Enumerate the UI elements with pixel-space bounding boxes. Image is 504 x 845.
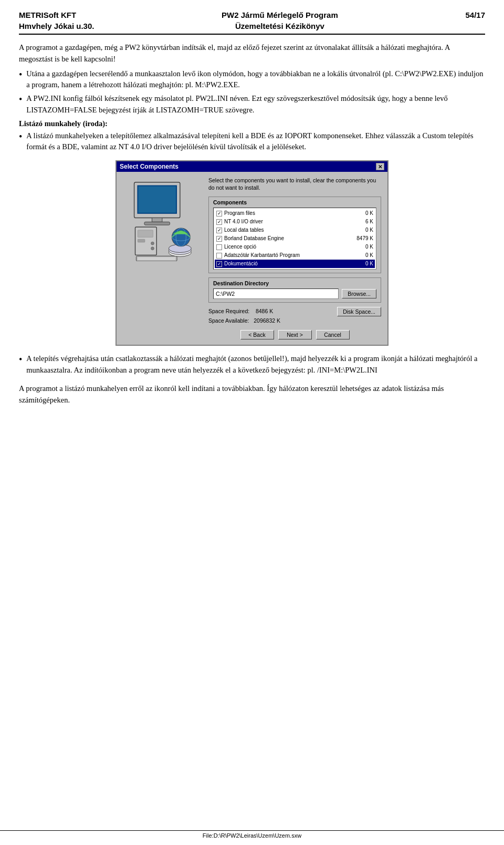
space-required-value: 8486 K xyxy=(256,308,273,314)
svg-rect-4 xyxy=(144,222,170,225)
page-number: 54/17 xyxy=(465,9,485,20)
bullet-icon-2: • xyxy=(19,94,22,106)
space-available-label: Space Available: xyxy=(208,317,249,324)
svg-rect-2 xyxy=(138,186,176,212)
component-size-4: 0 K xyxy=(352,243,373,251)
closing-paragraph: A programot a listázó munkahelyen erről … xyxy=(19,383,485,406)
component-checkbox-4[interactable] xyxy=(216,244,222,250)
component-size-5: 0 K xyxy=(352,252,373,259)
space-available-value: 2096832 K xyxy=(254,317,280,324)
svg-rect-7 xyxy=(138,239,145,242)
back-button[interactable]: < Back xyxy=(240,330,274,339)
destination-group: Destination Directory Browse... xyxy=(208,277,381,303)
space-available-row: Space Available: 2096832 K xyxy=(208,316,280,326)
component-size-2: 0 K xyxy=(352,226,373,234)
bullet-item-1: • Utána a gazdagépen lecserélendő a munk… xyxy=(19,68,485,91)
component-name-2: Local data tables xyxy=(224,226,352,234)
section-bullet-icon-1: • xyxy=(19,131,22,143)
space-info: Space Required: 8486 K Space Available: … xyxy=(208,307,381,326)
component-row-0[interactable]: ✓ Program files 0 K xyxy=(215,209,375,218)
footer-text: File:D:\R\PW2\Leiras\Uzem\Uzem.sxw xyxy=(203,832,301,839)
dialog-inner: Select the components you want to instal… xyxy=(123,177,381,339)
footer: File:D:\R\PW2\Leiras\Uzem\Uzem.sxw xyxy=(0,830,504,839)
dialog-body: Select the components you want to instal… xyxy=(117,172,387,345)
component-row-2[interactable]: ✓ Local data tables 0 K xyxy=(215,226,375,234)
svg-point-9 xyxy=(151,247,154,250)
component-row-4[interactable]: Licence opció 0 K xyxy=(215,243,375,251)
component-row-5[interactable]: Adatszótár Karbantartó Program 0 K xyxy=(215,251,375,260)
component-name-3: Borland Database Engine xyxy=(224,235,352,242)
browse-button[interactable]: Browse... xyxy=(342,289,376,298)
section-bullet-text-1: A listázó munkahelyeken a telepítőlemez … xyxy=(26,130,485,153)
space-required-label: Space Required: xyxy=(208,308,249,314)
bullet-icon-1: • xyxy=(19,69,22,81)
company-name: METRISoft KFT xyxy=(19,9,94,20)
component-checkbox-5[interactable] xyxy=(216,253,222,259)
header-center: PW2 Jármű Mérlegelő Program Üzemeltetési… xyxy=(222,9,338,32)
component-row-3[interactable]: ✓ Borland Database Engine 8479 K xyxy=(215,234,375,243)
component-name-1: NT 4.0 I/O driver xyxy=(224,218,352,225)
component-size-1: 6 K xyxy=(352,218,373,225)
component-size-6: 0 K xyxy=(352,260,373,267)
component-row-1[interactable]: ✓ NT 4.0 I/O driver 6 K xyxy=(215,218,375,226)
component-name-4: Licence opció xyxy=(224,243,352,251)
svg-rect-3 xyxy=(152,218,162,222)
component-name-6: Dokumentáció xyxy=(224,260,352,267)
component-checkbox-3[interactable]: ✓ xyxy=(216,236,222,242)
component-checkbox-1[interactable]: ✓ xyxy=(216,219,222,225)
space-info-left: Space Required: 8486 K Space Available: … xyxy=(208,307,280,326)
dialog-buttons-row: < Back Next > Cancel xyxy=(208,330,381,339)
destination-row: Browse... xyxy=(213,288,376,299)
destination-input[interactable] xyxy=(213,288,339,299)
computer-illustration-svg xyxy=(123,177,199,261)
header-left: METRISoft KFT Hmvhely Jókai u.30. xyxy=(19,9,94,32)
svg-point-8 xyxy=(151,242,154,245)
manual-title: Üzemeltetési Kézikönyv xyxy=(222,20,338,32)
components-group: Components ✓ Program files 0 K ✓ xyxy=(208,197,381,273)
bullet-text-1: Utána a gazdagépen lecserélendő a munkaa… xyxy=(26,68,485,91)
disk-space-button[interactable]: Disk Space... xyxy=(337,307,381,316)
after-dialog-bullet-text-1: A telepítés végrehajtása után csatlakozt… xyxy=(26,353,485,376)
dialog-description: Select the components you want to instal… xyxy=(208,177,381,191)
section-heading: Listázó munkahely (iroda): xyxy=(19,119,485,128)
component-name-5: Adatszótár Karbantartó Program xyxy=(224,252,352,259)
bullet-item-2: • A PW2.INI konfig fálból készítsenek eg… xyxy=(19,93,485,116)
intro-paragraph: A programot a gazdagépen, még a PW2 köny… xyxy=(19,42,485,65)
after-dialog-bullet-1: • A telepítés végrehajtása után csatlako… xyxy=(19,353,485,376)
cancel-button[interactable]: Cancel xyxy=(316,330,350,339)
space-required-row: Space Required: 8486 K xyxy=(208,307,280,316)
page-header: METRISoft KFT Hmvhely Jókai u.30. PW2 Já… xyxy=(19,9,485,35)
component-checkbox-2[interactable]: ✓ xyxy=(216,228,222,233)
dialog-screenshot-container: Select Components ✕ xyxy=(19,160,485,346)
select-components-dialog: Select Components ✕ xyxy=(116,160,388,346)
dialog-controls: Select the components you want to instal… xyxy=(208,177,381,339)
svg-rect-11 xyxy=(138,257,175,260)
component-name-0: Program files xyxy=(224,210,352,217)
destination-label: Destination Directory xyxy=(213,280,376,286)
company-address: Hmvhely Jókai u.30. xyxy=(19,20,94,32)
component-size-3: 8479 K xyxy=(352,235,373,242)
component-size-0: 0 K xyxy=(352,210,373,217)
dialog-titlebar: Select Components ✕ xyxy=(117,161,387,172)
after-dialog-bullet-icon-1: • xyxy=(19,354,22,366)
component-checkbox-0[interactable]: ✓ xyxy=(216,211,222,217)
section-bullet-1: • A listázó munkahelyeken a telepítőleme… xyxy=(19,130,485,153)
dialog-close-button[interactable]: ✕ xyxy=(376,163,384,170)
program-title: PW2 Jármű Mérlegelő Program xyxy=(222,9,338,20)
component-list: ✓ Program files 0 K ✓ NT 4.0 I/O driver … xyxy=(213,208,376,270)
component-row-6[interactable]: ✓ Dokumentáció 0 K xyxy=(215,260,375,268)
dialog-illustration xyxy=(123,177,204,339)
components-label: Components xyxy=(213,199,376,205)
next-button[interactable]: Next > xyxy=(278,330,312,339)
svg-rect-6 xyxy=(138,230,153,238)
dialog-title: Select Components xyxy=(120,163,178,170)
component-checkbox-6[interactable]: ✓ xyxy=(216,261,222,267)
space-info-right: Disk Space... xyxy=(337,307,381,316)
bullet-text-2: A PW2.INI konfig fálból készítsenek egy … xyxy=(26,93,485,116)
